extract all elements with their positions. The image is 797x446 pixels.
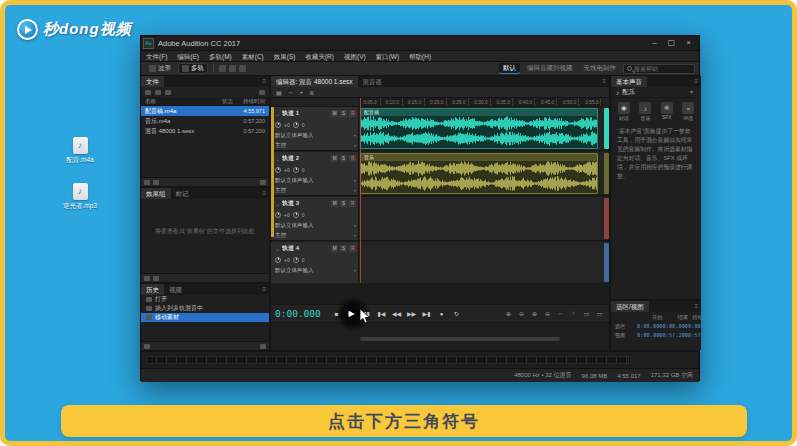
- menu-edit[interactable]: 编辑(E): [172, 51, 204, 62]
- audio-clip-music[interactable]: 音乐: [360, 153, 598, 194]
- footer-trash-icon[interactable]: [260, 180, 266, 185]
- tab-effects-rack[interactable]: 效果组: [141, 188, 171, 199]
- slip-tool-icon[interactable]: ≋: [309, 89, 314, 96]
- help-search[interactable]: [623, 64, 695, 74]
- maximize-button[interactable]: ▢: [663, 36, 680, 50]
- skip-to-start-button[interactable]: ▮◀: [374, 310, 389, 317]
- track-scroll-color[interactable]: [604, 108, 609, 149]
- input-selector[interactable]: 默认立体声输入▾: [275, 265, 356, 275]
- import-file-icon[interactable]: [145, 90, 151, 95]
- selection-duration[interactable]: 0:00.000: [688, 323, 701, 330]
- solo-button[interactable]: S: [340, 245, 347, 252]
- pan-knob[interactable]: [293, 257, 299, 263]
- zoom-horizontal-icon[interactable]: ↔: [555, 310, 566, 317]
- minimize-button[interactable]: –: [646, 36, 663, 50]
- track-scroll-color[interactable]: [604, 243, 609, 282]
- insert-multitrack-icon[interactable]: [165, 90, 171, 95]
- track-scroll-color[interactable]: [604, 153, 609, 194]
- volume-knob[interactable]: [275, 257, 281, 263]
- stop-button[interactable]: ■: [329, 311, 344, 317]
- new-file-icon[interactable]: [155, 90, 161, 95]
- tab-essential-sound[interactable]: 基本声音: [611, 76, 647, 87]
- delete-file-icon[interactable]: [259, 90, 265, 95]
- zoom-selection-icon[interactable]: ▭: [581, 310, 592, 317]
- col-status[interactable]: 状态: [211, 98, 233, 105]
- panel-menu-icon[interactable]: ≡: [262, 188, 269, 199]
- footer-preset-icon[interactable]: [153, 276, 159, 281]
- arm-button[interactable]: R: [349, 200, 356, 207]
- tab-markers[interactable]: 标记: [171, 188, 194, 199]
- input-selector[interactable]: 默认立体声输入▾: [275, 130, 356, 140]
- tab-mixer[interactable]: 混音器: [358, 76, 388, 87]
- col-duration[interactable]: 持续时间: [233, 98, 265, 105]
- pan-knob[interactable]: [293, 212, 299, 218]
- panel-menu-icon[interactable]: ≡: [262, 284, 269, 295]
- file-row[interactable]: 配音稿.m4a 4:55.971: [141, 106, 269, 116]
- settings-icon[interactable]: [239, 65, 246, 72]
- grid-tool-icon[interactable]: ▤: [276, 89, 282, 96]
- zoom-vertical-icon[interactable]: ↕: [568, 310, 579, 317]
- zoom-out-icon[interactable]: ⊖: [516, 310, 527, 317]
- history-row[interactable]: 插入到多轨混音中: [141, 304, 269, 313]
- zoom-in-vertical-icon[interactable]: ⊕: [529, 310, 540, 317]
- menu-multitrack[interactable]: 多轨(M): [204, 51, 237, 62]
- footer-import-icon[interactable]: [144, 180, 150, 185]
- move-tool-icon[interactable]: ↔: [288, 89, 294, 95]
- panel-menu-icon[interactable]: ≡: [694, 301, 701, 312]
- volume-knob[interactable]: [275, 122, 281, 128]
- footer-power-icon[interactable]: [144, 276, 150, 281]
- output-selector[interactable]: 主控▾: [275, 185, 356, 195]
- file-row[interactable]: 音乐.m4a 0:57.200: [141, 116, 269, 126]
- view-duration[interactable]: 0:57.200: [688, 332, 701, 339]
- import-icon[interactable]: [219, 65, 226, 72]
- preset-row[interactable]: ♪ 配乐 ▾: [611, 87, 701, 98]
- waveform-view-button[interactable]: 波形: [145, 63, 175, 74]
- tab-history[interactable]: 历史: [141, 284, 164, 295]
- view-end[interactable]: 0:57.200: [663, 332, 689, 339]
- workspace-edit-audio-to-video[interactable]: 编辑音频到视频: [523, 63, 577, 74]
- timeline-ruler[interactable]: 0:05.0 0:10.0 0:15.0 0:20.0 0:25.0 0:30.…: [359, 98, 603, 107]
- solo-button[interactable]: S: [340, 200, 347, 207]
- output-selector[interactable]: 主控▾: [275, 230, 356, 240]
- panel-menu-icon[interactable]: ≡: [694, 76, 701, 87]
- horizontal-scrollbar[interactable]: [360, 337, 560, 341]
- menu-help[interactable]: 帮助(H): [404, 51, 436, 62]
- menu-view[interactable]: 视图(V): [339, 51, 371, 62]
- view-start[interactable]: 0:00.000: [637, 332, 663, 339]
- tab-selection-view[interactable]: 选区/视图: [611, 301, 649, 312]
- tab-editor[interactable]: 编辑器: 混音 48000 1.sesx: [271, 76, 358, 87]
- footer-trash-icon[interactable]: [260, 344, 266, 349]
- type-sfx-button[interactable]: ※ SFX: [661, 102, 673, 121]
- output-selector[interactable]: 主控▾: [275, 140, 356, 150]
- footer-undo-icon[interactable]: [144, 344, 150, 349]
- mute-button[interactable]: M: [331, 245, 338, 252]
- export-icon[interactable]: [229, 65, 236, 72]
- file-row[interactable]: 混音 48000 1.sesx 0:57.200: [141, 126, 269, 136]
- solo-button[interactable]: S: [340, 110, 347, 117]
- search-input[interactable]: [634, 66, 689, 72]
- rewind-button[interactable]: ◀◀: [389, 310, 404, 317]
- type-dialogue-button[interactable]: ◉ 对话: [618, 102, 630, 121]
- multitrack-view-button[interactable]: 多轨: [178, 63, 208, 74]
- pan-knob[interactable]: [293, 167, 299, 173]
- fast-forward-button[interactable]: ▶▶: [404, 310, 419, 317]
- zoom-out-vertical-icon[interactable]: ⊖: [542, 310, 553, 317]
- menu-file[interactable]: 文件(F): [141, 51, 172, 62]
- close-button[interactable]: ×: [680, 36, 697, 50]
- pan-knob[interactable]: [293, 122, 299, 128]
- menu-favorites[interactable]: 收藏夹(R): [300, 51, 339, 62]
- panel-menu-icon[interactable]: ≡: [602, 76, 609, 87]
- workspace-radio-production[interactable]: 无线电制作: [580, 63, 621, 74]
- desktop-icon-audio[interactable]: ♪ 配音.m4a: [55, 137, 105, 165]
- arm-button[interactable]: R: [349, 155, 356, 162]
- panel-menu-icon[interactable]: ≡: [262, 76, 269, 87]
- history-row[interactable]: 移动素材: [141, 313, 269, 322]
- mute-button[interactable]: M: [331, 155, 338, 162]
- record-button[interactable]: ●: [434, 311, 449, 317]
- selection-start[interactable]: 0:00.000: [637, 323, 663, 330]
- volume-knob[interactable]: [275, 167, 281, 173]
- history-row[interactable]: 打开: [141, 295, 269, 304]
- menu-effects[interactable]: 效果(S): [269, 51, 301, 62]
- zoom-full-icon[interactable]: ▭: [594, 310, 605, 317]
- input-selector[interactable]: 默认立体声输入▾: [275, 220, 356, 230]
